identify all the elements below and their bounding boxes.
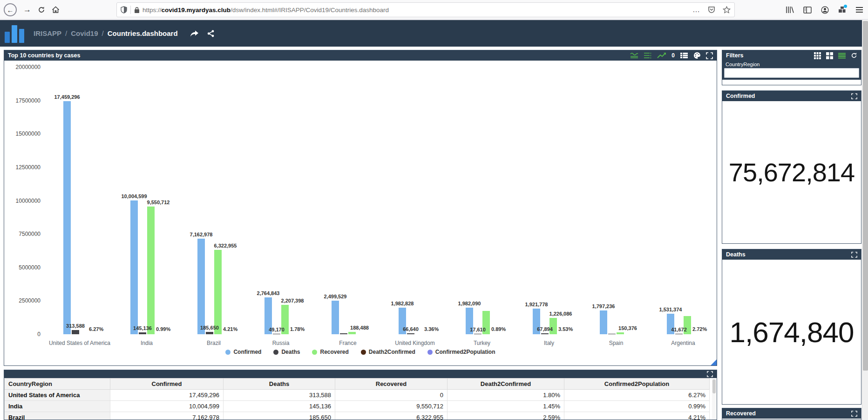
confirmed-bar[interactable] (63, 101, 71, 334)
lock-icon[interactable] (134, 7, 140, 14)
table-column-header[interactable]: CountryRegion (5, 379, 110, 390)
list-values-icon[interactable] (644, 52, 652, 59)
bar-group-2[interactable]: 10,004,599145,1369,550,7120.99%India (113, 67, 180, 334)
deaths-bar[interactable] (608, 334, 616, 335)
table-column-header[interactable]: Death2Confirmed (448, 379, 564, 390)
resize-handle[interactable] (711, 359, 717, 365)
url-text[interactable]: https://covid19.myardyas.club/dsw/index.… (142, 7, 689, 14)
confirmed-widget: Confirmed 75,672,814 (722, 90, 861, 244)
expand-icon[interactable] (851, 411, 857, 417)
x-axis-category-label: Spain (583, 340, 650, 346)
expand-icon[interactable] (851, 93, 857, 99)
deaths-bar[interactable] (139, 332, 146, 334)
confirmed-bar[interactable] (197, 239, 205, 334)
page-actions-button[interactable]: … (692, 6, 700, 14)
table-column-header[interactable]: Confirmed (110, 379, 224, 390)
legend-item-death2confirmed[interactable]: Death2Confirmed (361, 349, 415, 355)
table-scrollbar[interactable] (712, 379, 716, 420)
confirmed2population-label: 1.78% (290, 326, 305, 332)
refresh-button[interactable] (38, 6, 45, 14)
expand-icon[interactable] (851, 252, 857, 258)
confirmed-value-label: 1,982,090 (458, 301, 481, 306)
pocket-icon[interactable] (708, 6, 715, 14)
dsw-logo-icon[interactable] (5, 24, 27, 43)
refresh-icon (38, 6, 45, 14)
legend-marker-icon (273, 350, 278, 355)
list-view-icon[interactable] (838, 53, 846, 59)
bar-group-7[interactable]: 1,982,09017,6100.89%Turkey (448, 67, 515, 334)
table-column-header[interactable]: Recovered (335, 379, 448, 390)
grid-3x3-icon[interactable] (814, 52, 821, 59)
forward-share-icon[interactable] (190, 30, 199, 37)
bar-group-8[interactable]: 1,921,77867,8941,226,0863.53%Italy (515, 67, 583, 334)
legend-item-confirmed2population[interactable]: Confirmed2Population (427, 349, 495, 355)
table-row[interactable]: United States of America17,459,296313,58… (5, 390, 710, 401)
table-column-header[interactable]: Deaths (224, 379, 335, 390)
table-cell: 0 (335, 390, 448, 401)
deaths-bar[interactable] (72, 330, 79, 334)
extension-button[interactable] (838, 6, 846, 14)
legend-label: Confirmed2Population (435, 349, 495, 355)
confirmed-bar[interactable] (130, 200, 138, 334)
confirmed2population-label: 2.72% (692, 326, 707, 332)
palette-icon[interactable] (693, 52, 701, 59)
page-scrollbar[interactable] (862, 20, 868, 420)
share-nodes-icon[interactable] (207, 30, 214, 37)
account-icon[interactable] (821, 6, 829, 14)
expand-icon[interactable] (706, 52, 713, 59)
deaths-bar[interactable] (407, 333, 414, 334)
tracking-shield-icon[interactable] (121, 6, 127, 14)
trend-line-icon[interactable] (657, 52, 666, 59)
deaths-bar[interactable] (541, 333, 549, 334)
forward-button[interactable]: → (23, 5, 31, 14)
y-axis-tick: 5000000 (9, 264, 41, 271)
y-axis-tick: 17500000 (9, 97, 41, 104)
back-button[interactable]: ← (4, 3, 17, 16)
bar-group-6[interactable]: 1,982,82866,6403.36%United Kingdom (381, 67, 448, 334)
expand-icon[interactable] (707, 371, 713, 377)
bar-group-5[interactable]: 2,499,529188,488France (314, 67, 381, 334)
breadcrumb-irisapp[interactable]: IRISAPP (34, 29, 61, 37)
table-column-header[interactable]: Confirmed2Population (564, 379, 710, 390)
grid-2x2-icon[interactable] (826, 52, 833, 59)
deaths-widget-title: Deaths (726, 251, 746, 258)
scrollbar-thumb[interactable] (863, 21, 868, 371)
confirmed-bar[interactable] (332, 301, 339, 334)
deaths-bar[interactable] (273, 334, 280, 335)
bar-group-3[interactable]: 7,162,978185,6506,322,9554.21%Brazil (180, 67, 247, 334)
bar-group-10[interactable]: 1,531,37441,6722.72%Argentina (650, 67, 717, 334)
table-view-icon[interactable] (680, 52, 688, 59)
deaths-bar[interactable] (340, 333, 347, 334)
refresh-icon[interactable] (851, 52, 857, 59)
library-icon[interactable] (786, 6, 794, 14)
legend-item-confirmed[interactable]: Confirmed (225, 349, 261, 355)
decimals-badge[interactable]: 0 (671, 52, 675, 59)
bar-group-4[interactable]: 2,764,84349,1702,207,3981.78%Russia (247, 67, 314, 334)
deaths-bar[interactable] (474, 334, 481, 335)
country-region-filter-input[interactable] (724, 68, 859, 78)
menu-hamburger-icon[interactable] (855, 7, 863, 13)
bar-chart[interactable]: 0250000050000007500000100000001250000015… (4, 61, 717, 365)
area-chart-icon[interactable] (630, 52, 638, 59)
url-bar[interactable]: https://covid19.myardyas.club/dsw/index.… (116, 2, 735, 17)
recovered-bar[interactable] (214, 250, 222, 334)
bar-group-9[interactable]: 1,797,236150,376Spain (583, 67, 650, 334)
sidebar-toggle-icon[interactable] (803, 7, 812, 14)
recovered-bar[interactable] (147, 207, 155, 334)
deaths-bar[interactable] (675, 334, 683, 335)
recovered-bar[interactable] (348, 332, 356, 334)
x-axis-category-label: Italy (515, 340, 583, 346)
legend-item-deaths[interactable]: Deaths (273, 349, 300, 355)
legend-item-recovered[interactable]: Recovered (312, 349, 348, 355)
breadcrumb-covid19[interactable]: Covid19 (71, 29, 98, 37)
bookmark-star-icon[interactable] (723, 6, 731, 14)
bar-group-1[interactable]: 17,459,296313,5886.27%United States of A… (46, 67, 113, 334)
recovered-bar[interactable] (617, 332, 624, 334)
url-host: covid19.myardyas.club (162, 7, 231, 14)
table-row[interactable]: India10,004,599145,1369,550,7121.45%0.99… (5, 401, 710, 412)
table-row[interactable]: Brazil7,162,978185,6506,322,9552.59%4.21… (5, 412, 710, 420)
confirmed-bar[interactable] (600, 310, 607, 334)
deaths-bar[interactable] (206, 332, 213, 334)
confirmed-value-label: 7,162,978 (190, 232, 213, 237)
home-button[interactable] (52, 6, 60, 14)
